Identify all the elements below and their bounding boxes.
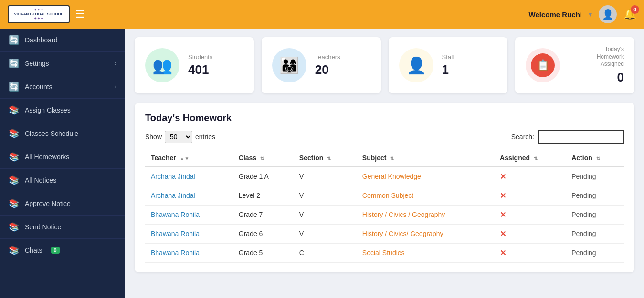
search-box: Search: (511, 130, 624, 144)
cell-teacher[interactable]: Archana Jindal (145, 167, 233, 186)
cell-teacher[interactable]: Bhawana Rohila (145, 243, 233, 262)
cell-assigned: ✕ (494, 186, 566, 205)
staff-label: Staff (442, 53, 455, 61)
cell-section: V (294, 186, 357, 205)
cell-assigned: ✕ (494, 205, 566, 224)
sidebar-label-all-homeworks: All Homeworks (25, 153, 69, 161)
welcome-text: Welcome Ruchi (529, 10, 582, 19)
sidebar-label-dashboard: Dashboard (25, 36, 58, 44)
sidebar-label-assign-classes: Assign Classes (25, 106, 71, 114)
sidebar-item-accounts[interactable]: 🔄 Accounts › (0, 75, 125, 99)
sidebar-item-approve-notice[interactable]: 📚 Approve Notice (0, 192, 125, 216)
cell-class: Level 2 (233, 186, 294, 205)
cell-class: Grade 6 (233, 224, 294, 243)
homework-card-info: Today'sHomeworkAssigned 0 (569, 46, 624, 85)
cell-action: Pending (566, 243, 624, 262)
teachers-card: 👨‍👩‍👧 Teachers 20 (262, 37, 381, 93)
homework-section: Today's Homework Show 50 25 10 100 entri… (135, 103, 634, 272)
cell-subject[interactable]: Common Subject (357, 186, 494, 205)
sidebar-label-all-notices: All Notices (25, 176, 56, 184)
col-class[interactable]: Class ⇅ (233, 149, 294, 167)
sidebar-item-all-homeworks[interactable]: 📚 All Homeworks (0, 145, 125, 169)
entries-label: entries (195, 133, 215, 141)
all-notices-icon: 📚 (9, 175, 19, 185)
cell-action: Pending (566, 186, 624, 205)
settings-icon: 🔄 (9, 58, 19, 69)
teacher-sort-icon: ▲▼ (180, 156, 190, 161)
header: ✦✦✦ VIHAAN GLOBAL SCHOOL ✦✦✦ ☰ Welcome R… (0, 0, 644, 29)
col-assigned[interactable]: Assigned ⇅ (494, 149, 566, 167)
teachers-label: Teachers (315, 53, 340, 61)
cell-subject[interactable]: History / Civics/ Geography (357, 224, 494, 243)
layout: 🔄 Dashboard 🔄 Settings › 🔄 Accounts › 📚 … (0, 29, 644, 298)
students-card: 👥 Students 401 (135, 37, 254, 93)
homework-section-title: Today's Homework (145, 113, 624, 123)
search-input[interactable] (538, 130, 624, 144)
sidebar-item-send-notice[interactable]: 📚 Send Notice (0, 216, 125, 239)
header-left: ✦✦✦ VIHAAN GLOBAL SCHOOL ✦✦✦ ☰ (8, 5, 85, 23)
cell-section: C (294, 243, 357, 262)
teachers-icon-circle: 👨‍👩‍👧 (272, 48, 306, 82)
accounts-icon: 🔄 (9, 82, 19, 92)
notification-bell[interactable]: 🔔 0 (623, 8, 636, 21)
approve-notice-icon: 📚 (9, 198, 19, 209)
dropdown-arrow[interactable]: ▾ (589, 10, 592, 18)
cell-action: Pending (566, 224, 624, 243)
cell-assigned: ✕ (494, 243, 566, 262)
homework-table: Teacher ▲▼ Class ⇅ Section ⇅ Subject (145, 149, 624, 263)
cell-class: Grade 7 (233, 205, 294, 224)
cell-section: V (294, 205, 357, 224)
sidebar-item-chats[interactable]: 📚 Chats 0 (0, 239, 125, 262)
cell-assigned: ✕ (494, 167, 566, 186)
assigned-x-icon: ✕ (500, 230, 506, 238)
students-value: 401 (188, 62, 212, 77)
main-content: 👥 Students 401 👨‍👩‍👧 Teachers 20 👤 Staff… (125, 29, 644, 298)
cell-subject[interactable]: Social Studies (357, 243, 494, 262)
assigned-x-icon: ✕ (500, 192, 506, 200)
sidebar-item-classes-schedule[interactable]: 📚 Classes Schedule (0, 122, 125, 145)
cell-subject[interactable]: History / Civics / Geography (357, 205, 494, 224)
dashboard-icon: 🔄 (9, 35, 19, 45)
cell-teacher[interactable]: Bhawana Rohila (145, 205, 233, 224)
cell-subject[interactable]: General Knowledge (357, 167, 494, 186)
homework-card: 📋 Today'sHomeworkAssigned 0 (515, 37, 634, 93)
col-teacher[interactable]: Teacher ▲▼ (145, 149, 233, 167)
homework-icon: 📋 (531, 53, 555, 77)
col-section[interactable]: Section ⇅ (294, 149, 357, 167)
cell-teacher[interactable]: Bhawana Rohila (145, 224, 233, 243)
sidebar-item-assign-classes[interactable]: 📚 Assign Classes (0, 99, 125, 122)
all-homeworks-icon: 📚 (9, 152, 19, 162)
section-sort-icon: ⇅ (327, 156, 331, 161)
stats-cards: 👥 Students 401 👨‍👩‍👧 Teachers 20 👤 Staff… (135, 37, 634, 93)
search-label: Search: (511, 133, 534, 141)
assigned-sort-icon: ⇅ (534, 156, 538, 161)
sidebar-label-settings: Settings (25, 60, 49, 67)
table-row: Archana Jindal Grade 1 A V General Knowl… (145, 167, 624, 186)
sidebar-label-send-notice: Send Notice (25, 223, 61, 231)
staff-value: 1 (442, 62, 455, 77)
cell-action: Pending (566, 205, 624, 224)
cell-class: Grade 1 A (233, 167, 294, 186)
sidebar-item-dashboard[interactable]: 🔄 Dashboard (0, 29, 125, 52)
table-header-row: Teacher ▲▼ Class ⇅ Section ⇅ Subject (145, 149, 624, 167)
cell-teacher[interactable]: Archana Jindal (145, 186, 233, 205)
students-info: Students 401 (188, 53, 212, 77)
sidebar-item-all-notices[interactable]: 📚 All Notices (0, 169, 125, 192)
assign-classes-icon: 📚 (9, 105, 19, 115)
teachers-info: Teachers 20 (315, 53, 340, 77)
col-subject[interactable]: Subject ⇅ (357, 149, 494, 167)
table-row: Bhawana Rohila Grade 6 V History / Civic… (145, 224, 624, 243)
sidebar-label-chats: Chats (25, 247, 42, 254)
hamburger-menu[interactable]: ☰ (75, 8, 85, 21)
cell-class: Grade 5 (233, 243, 294, 262)
entries-select[interactable]: 50 25 10 100 (165, 131, 192, 143)
avatar[interactable]: 👤 (599, 5, 617, 23)
chats-icon: 📚 (9, 245, 19, 256)
students-label: Students (188, 53, 212, 61)
homework-card-label: Today'sHomeworkAssigned (597, 46, 624, 68)
table-row: Archana Jindal Level 2 V Common Subject … (145, 186, 624, 205)
assigned-x-icon: ✕ (500, 211, 506, 219)
sidebar-item-settings[interactable]: 🔄 Settings › (0, 52, 125, 75)
col-action[interactable]: Action ⇅ (566, 149, 624, 167)
assigned-x-icon: ✕ (500, 173, 506, 181)
